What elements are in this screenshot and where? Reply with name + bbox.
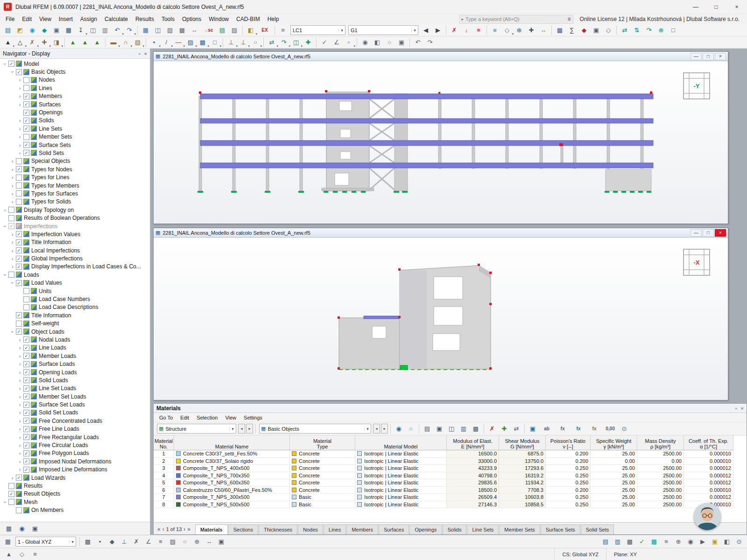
expand-icon[interactable]: ›: [9, 191, 15, 196]
viewport1-titlebar[interactable]: ▦ 2281_INAIL Ancona_Modello di calcolo S…: [154, 52, 728, 61]
column-header[interactable]: Shear ModulusG [N/mm²]: [499, 435, 546, 450]
new-model-icon[interactable]: ▤: [2, 25, 14, 35]
previous-load-case-icon[interactable]: ◀: [420, 25, 431, 35]
user-avatar[interactable]: [694, 503, 721, 530]
viewport1-maximize-button[interactable]: □: [703, 53, 714, 60]
snap-guidelines-icon[interactable]: ▨: [167, 537, 178, 547]
tree-checkbox[interactable]: [16, 190, 22, 196]
sync-view-icon[interactable]: ○: [405, 424, 416, 434]
tree-item[interactable]: ›Nodes: [0, 76, 150, 84]
tree-checkbox[interactable]: [23, 288, 29, 294]
grid-toggle-icon[interactable]: ▦: [648, 537, 660, 547]
split-view-icon[interactable]: ◫: [152, 25, 163, 35]
new-solid-icon[interactable]: ▩▾: [197, 37, 208, 48]
menu-window[interactable]: Window: [205, 15, 233, 23]
expand-icon[interactable]: ›: [9, 475, 15, 481]
save-icon[interactable]: ▦: [63, 25, 74, 35]
tree-item[interactable]: ›✓Line Sets: [0, 125, 150, 133]
table-row[interactable]: 4Composite_T_NPS_700x350ConcreteIsotropi…: [154, 472, 747, 480]
expand-icon[interactable]: ›: [9, 239, 15, 245]
viewport2-canvas[interactable]: -X: [154, 238, 728, 400]
tree-item[interactable]: ›✓Opening Loads: [0, 368, 150, 376]
display-properties-icon[interactable]: ▨: [229, 25, 240, 35]
formula-icon[interactable]: fx: [555, 424, 570, 434]
section-tool-icon[interactable]: ○: [384, 37, 395, 48]
tree-checkbox[interactable]: ✓: [23, 450, 29, 456]
tab-solid-sets[interactable]: Solid Sets: [581, 525, 614, 534]
measure-angle-icon[interactable]: ∠: [331, 37, 342, 48]
expand-icon[interactable]: ›: [17, 418, 23, 424]
column-header[interactable]: Material Name: [174, 435, 290, 450]
filter-objects-icon[interactable]: EX: [257, 25, 272, 35]
tree-item[interactable]: ›✓Surface Sets: [0, 141, 150, 149]
generate-model-icon[interactable]: ▲: [67, 37, 78, 48]
tree-checkbox[interactable]: ✓: [23, 110, 29, 116]
expand-icon[interactable]: ›: [17, 134, 23, 140]
pick-mode-icon[interactable]: ◇: [16, 549, 28, 560]
expand-icon[interactable]: ›: [17, 102, 23, 107]
expand-icon[interactable]: ›: [17, 442, 23, 448]
viewport2-minimize-button[interactable]: —: [691, 229, 702, 237]
table-row[interactable]: 7Composite_T_NPS_300x500BasicIsotropic |…: [154, 494, 747, 501]
tree-checkbox[interactable]: ✓: [8, 223, 14, 229]
last-page-button[interactable]: »: [187, 526, 190, 532]
viewport-window-1[interactable]: ▦ 2281_INAIL Ancona_Modello di calcolo S…: [153, 51, 728, 224]
table-color-bars-icon[interactable]: ▩: [470, 424, 481, 434]
navigator-header[interactable]: Navigator - Display ▫ ×: [0, 49, 150, 59]
menu-edit[interactable]: Edit: [18, 15, 35, 23]
tree-item[interactable]: ✓Openings: [0, 108, 150, 116]
work-plane-icon[interactable]: ▧: [164, 25, 176, 35]
tree-item[interactable]: ›✓Free Rectangular Loads: [0, 433, 150, 441]
tree-item[interactable]: ›✓Load Values: [0, 279, 150, 287]
tree-checkbox[interactable]: ✓: [23, 118, 29, 124]
design-situation-combo[interactable]: G1▾: [348, 25, 418, 35]
column-header[interactable]: Coeff. of Th. Exp.α [1/°C]: [684, 435, 733, 450]
expand-icon[interactable]: ›: [17, 361, 23, 367]
snap-ortho-icon[interactable]: ≡: [155, 537, 166, 547]
calculate-all-icon[interactable]: ∑: [566, 25, 578, 35]
expand-icon[interactable]: ›: [9, 158, 15, 164]
tree-item[interactable]: Results of Boolean Operations: [0, 214, 150, 222]
tree-item[interactable]: ›✓Model: [0, 60, 150, 68]
materials-menu-settings[interactable]: Settings: [240, 414, 266, 421]
column-header[interactable]: Modulus of Elast.E [N/mm²]: [447, 435, 499, 450]
expand-icon[interactable]: ›: [17, 142, 23, 148]
menu-tools[interactable]: Tools: [158, 15, 178, 23]
tree-checkbox[interactable]: [8, 215, 14, 221]
tree-checkbox[interactable]: ✓: [16, 312, 22, 318]
menu-options[interactable]: Options: [178, 15, 205, 23]
tree-checkbox[interactable]: [16, 175, 22, 181]
tree-item[interactable]: ›✓Solid Loads: [0, 376, 150, 384]
expand-icon[interactable]: ›: [9, 256, 15, 261]
tree-item[interactable]: ›✓Free Circular Loads: [0, 441, 150, 449]
viewport1-minimize-button[interactable]: —: [691, 53, 702, 60]
tab-line-sets[interactable]: Line Sets: [467, 525, 499, 534]
tree-item[interactable]: Self-weight: [0, 320, 150, 328]
materials-menu-go-to[interactable]: Go To: [155, 414, 176, 421]
tree-checkbox[interactable]: ✓: [16, 231, 22, 237]
search-icon[interactable]: ≡: [568, 16, 571, 22]
tree-checkbox[interactable]: ✓: [8, 61, 14, 67]
cartesian-toggle-icon[interactable]: ⊕: [673, 537, 684, 547]
list-mode-icon[interactable]: ≡: [29, 549, 41, 560]
tree-checkbox[interactable]: [8, 499, 14, 505]
tree-checkbox[interactable]: [23, 77, 29, 83]
tab-solids[interactable]: Solids: [443, 525, 467, 534]
viewport2-titlebar[interactable]: ▦ 2281_INAIL Ancona_Modello di calcolo S…: [154, 228, 728, 238]
status-help-icon[interactable]: ⊙: [733, 537, 745, 547]
viewport1-canvas[interactable]: -Y: [154, 61, 728, 224]
plane-grid-icon[interactable]: ▩: [176, 25, 188, 35]
webservice-icon[interactable]: ◆: [39, 25, 50, 35]
tab-lines[interactable]: Lines: [324, 525, 346, 534]
navigator-display-tab-icon[interactable]: ◉: [16, 524, 28, 534]
float-panel-icon[interactable]: ▫: [735, 406, 737, 411]
tree-checkbox[interactable]: ✓: [23, 385, 29, 392]
tree-item[interactable]: ›✓Solids: [0, 117, 150, 125]
tree-item[interactable]: ›✓Local Imperfections: [0, 246, 150, 254]
previous-page-button[interactable]: ‹: [162, 526, 164, 532]
menu-help[interactable]: Help: [264, 15, 283, 23]
materials-menu-edit[interactable]: Edit: [176, 414, 193, 421]
tree-item[interactable]: ›✓Imperfections: [0, 222, 150, 230]
snap-mid-icon[interactable]: ◆: [106, 537, 118, 547]
menu-calculate[interactable]: Calculate: [101, 15, 132, 23]
